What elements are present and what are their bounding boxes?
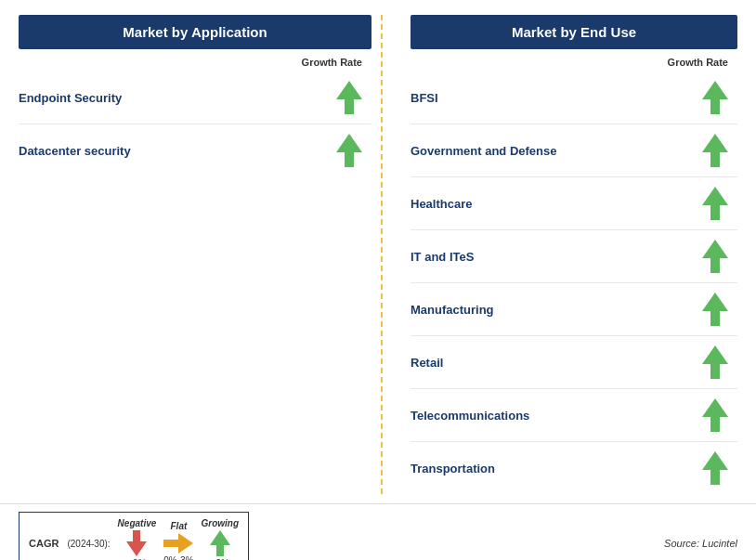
footer: CAGR (2024-30): Negative <0% Flat 0%-3% … xyxy=(0,503,756,560)
legend-box: CAGR (2024-30): Negative <0% Flat 0%-3% … xyxy=(19,512,249,560)
list-item: Retail xyxy=(411,336,737,389)
legend-item-negative: Negative <0% xyxy=(118,518,157,560)
arrow-up-icon xyxy=(702,81,728,114)
arrow-up-icon xyxy=(702,187,728,220)
legend-flat-value: 0%-3% xyxy=(163,555,193,560)
right-items-list: BFSI Government and Defense Healthcare I… xyxy=(411,72,737,494)
list-item: Telecommunications xyxy=(411,389,737,442)
legend-growing-label: Growing xyxy=(202,518,240,528)
orange-arrow-right-icon xyxy=(163,533,193,553)
arrow-up-icon xyxy=(702,398,728,432)
list-item: Healthcare xyxy=(411,177,737,230)
legend-flat-label: Flat xyxy=(171,521,188,531)
legend-negative-label: Negative xyxy=(118,518,157,528)
legend-item-flat: Flat 0%-3% xyxy=(163,521,193,560)
red-arrow-down-icon xyxy=(126,530,147,556)
cagr-info: CAGR (2024-30): xyxy=(29,538,111,549)
source-text: Source: Lucintel xyxy=(664,538,737,549)
left-panel: Market by Application Growth Rate Endpoi… xyxy=(19,15,371,494)
right-growth-rate-label: Growth Rate xyxy=(668,57,728,68)
list-item: Manufacturing xyxy=(411,283,737,336)
list-item: BFSI xyxy=(411,72,737,124)
item-label-telecommunications: Telecommunications xyxy=(411,409,529,423)
arrow-up-icon xyxy=(702,134,728,167)
item-label-bfsi: BFSI xyxy=(411,91,438,105)
arrow-up-icon xyxy=(702,451,728,485)
left-growth-rate-label: Growth Rate xyxy=(302,57,362,68)
item-label-government-defense: Government and Defense xyxy=(411,144,557,158)
list-item: Transportation xyxy=(411,442,737,494)
arrow-up-icon xyxy=(702,293,728,326)
cagr-label: CAGR xyxy=(29,538,59,549)
item-label-healthcare: Healthcare xyxy=(411,197,472,211)
small-green-arrow-up-icon xyxy=(210,530,230,556)
cagr-years: (2024-30): xyxy=(67,539,110,549)
dashed-divider xyxy=(381,15,383,494)
left-items-list: Endpoint Security Datacenter security xyxy=(19,72,371,494)
item-label-it-ites: IT and ITeS xyxy=(411,250,474,264)
arrow-up-icon xyxy=(336,81,362,114)
item-label-retail: Retail xyxy=(411,356,443,370)
list-item: Datacenter security xyxy=(19,124,371,176)
list-item: IT and ITeS xyxy=(411,230,737,283)
left-panel-header: Market by Application xyxy=(19,15,371,49)
item-label-datacenter-security: Datacenter security xyxy=(19,144,131,158)
item-label-endpoint-security: Endpoint Security xyxy=(19,91,122,105)
arrow-up-icon xyxy=(702,240,728,273)
right-panel-header: Market by End Use xyxy=(411,15,737,49)
item-label-transportation: Transportation xyxy=(411,462,495,475)
arrow-up-icon xyxy=(336,134,362,167)
right-panel: Market by End Use Growth Rate BFSI Gover… xyxy=(392,15,737,494)
legend-item-growing: Growing >3% xyxy=(202,518,240,560)
list-item: Government and Defense xyxy=(411,124,737,177)
list-item: Endpoint Security xyxy=(19,72,371,124)
arrow-up-icon xyxy=(702,345,728,379)
item-label-manufacturing: Manufacturing xyxy=(411,303,494,317)
